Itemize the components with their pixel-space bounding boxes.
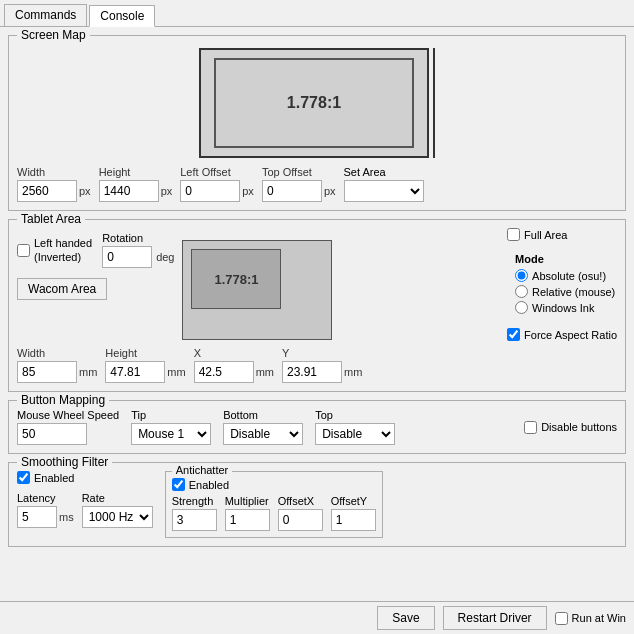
screen-height-label: Height	[99, 166, 173, 178]
full-area-checkbox[interactable]	[507, 228, 520, 241]
radio-windows-ink: Windows Ink	[515, 301, 617, 314]
screen-top-offset-label: Top Offset	[262, 166, 336, 178]
screen-top-offset-input[interactable]	[262, 180, 322, 202]
screen-width-input[interactable]	[17, 180, 77, 202]
ac-enabled-checkbox[interactable]	[172, 478, 185, 491]
top-label: Top	[315, 409, 395, 421]
sf-rate-label: Rate	[82, 492, 153, 504]
ac-offsetx-input[interactable]	[278, 509, 323, 531]
screen-map-input-row: Width px Height px Left Offset	[17, 166, 617, 202]
sf-enabled-label: Enabled	[34, 472, 74, 484]
bottom-select[interactable]: Disable Mouse 1 Mouse 2	[223, 423, 303, 445]
force-aspect-ratio-group: Force Aspect Ratio	[507, 328, 617, 341]
screen-left-offset-input-unit: px	[180, 180, 254, 202]
ac-offsetx-label: OffsetX	[278, 495, 323, 507]
tip-group: Tip Mouse 1 Mouse 2 Mouse 3	[131, 409, 211, 445]
top-group: Top Disable Mouse 1 Mouse 2	[315, 409, 395, 445]
left-handed-checkbox[interactable]	[17, 244, 30, 257]
sf-enabled-checkbox[interactable]	[17, 471, 30, 484]
disable-buttons-checkbox[interactable]	[524, 421, 537, 434]
tablet-height-input[interactable]	[105, 361, 165, 383]
radio-absolute: Absolute (osu!)	[515, 269, 617, 282]
ac-multiplier-group: Multiplier	[225, 495, 270, 531]
rotation-input[interactable]	[102, 246, 152, 268]
ac-multiplier-label: Multiplier	[225, 495, 270, 507]
rotation-input-row: deg	[102, 246, 174, 268]
ac-strength-label: Strength	[172, 495, 217, 507]
tab-commands[interactable]: Commands	[4, 4, 87, 26]
tablet-left-col: Left handed(Inverted) Rotation deg Wacom…	[17, 228, 174, 300]
tablet-width-input[interactable]	[17, 361, 77, 383]
radio-relative: Relative (mouse)	[515, 285, 617, 298]
tab-bar: Commands Console	[0, 0, 634, 27]
set-area-select[interactable]	[344, 180, 424, 202]
top-select[interactable]: Disable Mouse 1 Mouse 2	[315, 423, 395, 445]
mode-label: Mode	[515, 253, 617, 265]
screen-left-offset-group: Left Offset px	[180, 166, 254, 202]
button-mapping-row: Mouse Wheel Speed Tip Mouse 1 Mouse 2 Mo…	[17, 409, 617, 445]
left-handed-group: Left handed(Inverted)	[17, 236, 92, 265]
mouse-wheel-speed-group: Mouse Wheel Speed	[17, 409, 119, 445]
sf-latency-rate: Latency ms Rate 1000 Hz 500 Hz 250	[17, 492, 153, 528]
tab-console[interactable]: Console	[89, 5, 155, 27]
tablet-x-input-unit: mm	[194, 361, 274, 383]
screen-height-input[interactable]	[99, 180, 159, 202]
ac-offsety-input[interactable]	[331, 509, 376, 531]
screen-left-offset-input[interactable]	[180, 180, 240, 202]
screen-left-offset-unit: px	[242, 185, 254, 197]
ac-strength-input[interactable]	[172, 509, 217, 531]
sf-latency-label: Latency	[17, 492, 74, 504]
mode-section: Mode Absolute (osu!) Relative (mouse)	[515, 253, 617, 314]
screen-height-unit: px	[161, 185, 173, 197]
save-button[interactable]: Save	[377, 606, 434, 630]
rotation-label: Rotation	[102, 232, 174, 244]
run-at-win-group: Run at Win	[555, 612, 626, 625]
screen-width-group: Width px	[17, 166, 91, 202]
tablet-y-input[interactable]	[282, 361, 342, 383]
sf-latency-input[interactable]	[17, 506, 57, 528]
tablet-x-input[interactable]	[194, 361, 254, 383]
tablet-y-label: Y	[282, 347, 362, 359]
tablet-width-unit: mm	[79, 366, 97, 378]
run-at-win-label: Run at Win	[572, 612, 626, 624]
radio-absolute-input[interactable]	[515, 269, 528, 282]
button-mapping-section: Button Mapping Mouse Wheel Speed Tip Mou…	[8, 400, 626, 454]
screen-left-offset-label: Left Offset	[180, 166, 254, 178]
mouse-wheel-speed-input[interactable]	[17, 423, 87, 445]
radio-windows-ink-input[interactable]	[515, 301, 528, 314]
disable-buttons-label: Disable buttons	[541, 421, 617, 433]
tablet-aspect-label: 1.778:1	[214, 272, 258, 287]
screen-map-section: Screen Map 1.778:1 Width px	[8, 35, 626, 211]
ac-fields: Strength Multiplier OffsetX OffsetY	[172, 495, 376, 531]
run-at-win-checkbox[interactable]	[555, 612, 568, 625]
sf-rate-select[interactable]: 1000 Hz 500 Hz 250 Hz	[82, 506, 153, 528]
tablet-preview-col: 1.778:1	[182, 232, 332, 340]
force-aspect-ratio-checkbox[interactable]	[507, 328, 520, 341]
disable-buttons-group: Disable buttons	[524, 421, 617, 434]
tip-label: Tip	[131, 409, 211, 421]
screen-vline	[433, 48, 435, 158]
radio-group: Absolute (osu!) Relative (mouse) Windows…	[515, 269, 617, 314]
sf-latency-input-unit: ms	[17, 506, 74, 528]
screen-height-input-unit: px	[99, 180, 173, 202]
wacom-area-button[interactable]: Wacom Area	[17, 278, 107, 300]
screen-inner-preview: 1.778:1	[214, 58, 414, 148]
screen-height-group: Height px	[99, 166, 173, 202]
button-mapping-label: Button Mapping	[17, 393, 109, 407]
tablet-y-group: Y mm	[282, 347, 362, 383]
smoothing-filter-row: Enabled Latency ms Rate	[17, 471, 617, 538]
main-content: Screen Map 1.778:1 Width px	[0, 27, 634, 601]
screen-preview-area: 1.778:1	[17, 48, 617, 158]
radio-relative-input[interactable]	[515, 285, 528, 298]
set-area-label: Set Area	[344, 166, 424, 178]
tablet-inner-preview: 1.778:1	[191, 249, 281, 309]
restart-driver-button[interactable]: Restart Driver	[443, 606, 547, 630]
screen-map-label: Screen Map	[17, 28, 90, 42]
ac-enabled-group: Enabled	[172, 478, 376, 491]
tip-select[interactable]: Mouse 1 Mouse 2 Mouse 3	[131, 423, 211, 445]
ac-offsetx-group: OffsetX	[278, 495, 323, 531]
left-handed-label: Left handed(Inverted)	[34, 236, 92, 265]
screen-top-offset-unit: px	[324, 185, 336, 197]
bottom-group: Bottom Disable Mouse 1 Mouse 2	[223, 409, 303, 445]
ac-multiplier-input[interactable]	[225, 509, 270, 531]
